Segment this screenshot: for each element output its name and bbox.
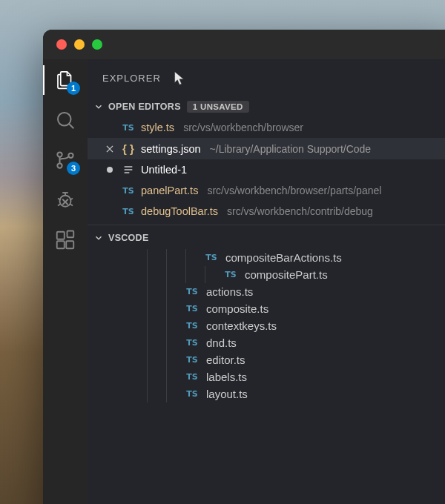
json-icon: { }	[122, 142, 134, 155]
file-name: compositePart.ts	[245, 268, 328, 281]
explorer-title-row: EXPLORER	[88, 59, 445, 96]
open-editor-item[interactable]: { }settings.json~/Library/Application Su…	[88, 138, 445, 159]
activity-source-control[interactable]: 3	[53, 148, 77, 172]
svg-point-2	[57, 163, 62, 168]
window-body: 1 3	[43, 59, 445, 504]
indent-guide	[166, 351, 167, 368]
typescript-icon: TS	[122, 186, 134, 196]
open-editors-list: TSstyle.tssrc/vs/workbench/browser{ }set…	[88, 117, 445, 222]
file-tree-item[interactable]: TSlabels.ts	[88, 368, 445, 385]
window-minimize-button[interactable]	[74, 39, 85, 50]
file-name: actions.ts	[206, 285, 253, 298]
open-editor-item[interactable]: TSdebugToolBar.tssrc/vs/workbench/contri…	[88, 201, 445, 222]
file-tree-item[interactable]: TScompositePart.ts	[88, 266, 445, 283]
close-icon[interactable]	[105, 144, 115, 154]
file-name: panelPart.ts	[141, 185, 198, 196]
indent-guide	[147, 249, 148, 266]
window-close-button[interactable]	[56, 39, 67, 50]
file-tree-item[interactable]: TScomposite.ts	[88, 300, 445, 317]
indent-guide	[166, 266, 167, 283]
typescript-icon: TS	[205, 253, 217, 262]
file-name: editor.ts	[206, 354, 245, 366]
indent-guide	[205, 266, 205, 283]
explorer-title: EXPLORER	[102, 73, 161, 84]
activity-run-debug[interactable]	[53, 188, 77, 212]
svg-point-0	[58, 113, 71, 126]
indent-guide	[166, 385, 167, 402]
workspace-label: VSCODE	[108, 233, 149, 243]
typescript-icon: TS	[225, 270, 236, 279]
row-prefix	[104, 167, 116, 173]
file-tree-item[interactable]: TSdnd.ts	[88, 334, 445, 351]
file-name: composite.ts	[206, 302, 268, 315]
svg-rect-7	[66, 241, 73, 248]
typescript-icon: TS	[186, 372, 197, 382]
app-window: 1 3	[43, 30, 445, 504]
bug-icon	[54, 189, 76, 211]
file-name: debugToolBar.ts	[141, 205, 218, 217]
indent-guide	[166, 368, 167, 385]
file-tree-item[interactable]: TSeditor.ts	[88, 351, 445, 368]
file-name: compositeBarActions.ts	[225, 251, 342, 264]
open-editors-label: OPEN EDITORS	[108, 102, 181, 112]
indent-guide	[147, 368, 148, 385]
indent-guide	[166, 300, 167, 317]
file-tree-item[interactable]: TSlayout.ts	[88, 385, 445, 402]
indent-guide	[147, 334, 148, 351]
file-path: src/vs/workbench/browser/parts/panel	[207, 185, 381, 196]
file-name: Untitled-1	[141, 164, 187, 176]
indent-guide	[147, 266, 148, 283]
typescript-icon: TS	[122, 207, 134, 216]
workspace-header[interactable]: VSCODE	[88, 225, 445, 248]
activity-bar: 1 3	[43, 59, 88, 504]
open-editor-item[interactable]: Untitled-1	[88, 159, 445, 180]
titlebar[interactable]	[43, 30, 445, 59]
typescript-icon: TS	[186, 287, 197, 296]
indent-guide	[166, 317, 167, 334]
indent-guide	[166, 334, 167, 351]
file-name: layout.ts	[206, 388, 248, 400]
indent-guide	[185, 249, 186, 266]
row-prefix	[104, 144, 116, 154]
file-name: contextkeys.ts	[206, 319, 277, 332]
plaintext-icon	[122, 164, 134, 176]
file-tree-item[interactable]: TScontextkeys.ts	[88, 317, 445, 334]
svg-rect-6	[57, 241, 65, 248]
typescript-icon: TS	[186, 338, 197, 348]
typescript-icon: TS	[186, 389, 197, 399]
activity-search[interactable]	[53, 108, 77, 132]
file-tree: TScompositeBarActions.tsTScompositePart.…	[88, 248, 445, 402]
activity-explorer[interactable]: 1	[53, 68, 77, 92]
typescript-icon: TS	[186, 321, 197, 331]
file-tree-item[interactable]: TSactions.ts	[88, 283, 445, 300]
typescript-icon: TS	[186, 304, 197, 314]
svg-rect-8	[67, 231, 74, 238]
typescript-icon: TS	[186, 355, 197, 365]
indent-guide	[166, 283, 167, 300]
open-editors-header[interactable]: OPEN EDITORS 1 UNSAVED	[88, 96, 445, 117]
chevron-down-icon	[93, 102, 104, 112]
file-path: ~/Library/Application Support/Code	[210, 143, 372, 155]
explorer-badge: 1	[67, 82, 80, 95]
chevron-down-icon	[93, 233, 104, 243]
activity-extensions[interactable]	[53, 228, 77, 252]
typescript-icon: TS	[122, 123, 134, 133]
indent-guide	[166, 249, 167, 266]
open-editor-item[interactable]: TSstyle.tssrc/vs/workbench/browser	[88, 117, 445, 138]
file-name: labels.ts	[206, 371, 247, 383]
open-editor-item[interactable]: TSpanelPart.tssrc/vs/workbench/browser/p…	[88, 180, 445, 201]
dirty-indicator	[107, 167, 113, 173]
search-icon	[54, 109, 76, 131]
indent-guide	[147, 283, 148, 300]
indent-guide	[147, 317, 148, 334]
svg-point-1	[57, 152, 62, 156]
indent-guide	[147, 351, 148, 368]
extensions-icon	[54, 229, 76, 251]
scm-badge: 3	[67, 162, 80, 175]
indent-guide	[147, 300, 148, 317]
file-name: dnd.ts	[206, 336, 237, 349]
indent-guide	[147, 385, 148, 402]
file-tree-item[interactable]: TScompositeBarActions.ts	[88, 249, 445, 266]
file-name: style.ts	[141, 122, 174, 133]
window-zoom-button[interactable]	[92, 39, 102, 50]
